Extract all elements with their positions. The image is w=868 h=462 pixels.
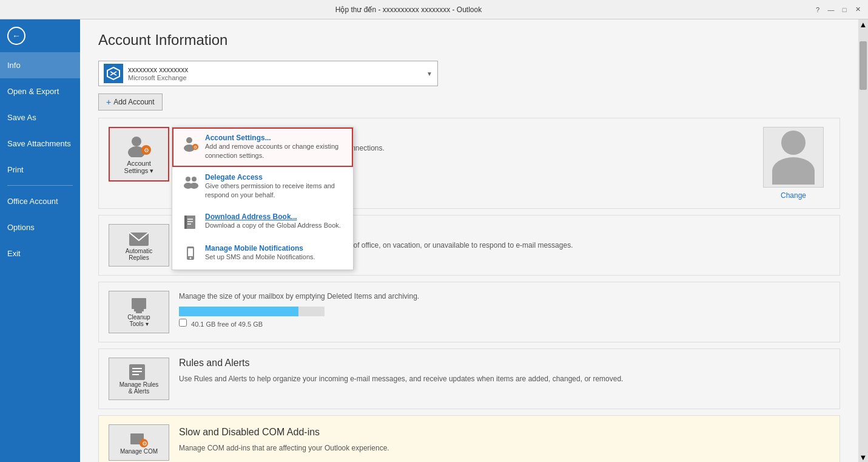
account-dropdown[interactable]: xxxxxxxx xxxxxxxx Microsoft Exchange ▼ <box>98 61 438 86</box>
avatar-body <box>772 157 815 185</box>
add-account-button[interactable]: + Add Account <box>98 93 163 110</box>
sidebar-item-save-as[interactable]: Save As <box>0 104 80 131</box>
window-controls: ? — □ ✕ <box>812 4 863 15</box>
menu-delegate-icon <box>181 173 200 192</box>
scroll-up-btn[interactable]: ▲ <box>860 19 867 29</box>
menu-address-icon <box>181 212 200 232</box>
avatar-change-link[interactable]: Change <box>781 191 806 200</box>
menu-address-title: Download Address Book... <box>205 212 345 221</box>
menu-mobile-title: Manage Mobile Notifications <box>205 244 345 253</box>
svg-point-22 <box>190 257 192 259</box>
maximize-btn[interactable]: □ <box>839 4 850 15</box>
cleanup-label: Cleanup Tools ▾ <box>127 314 150 327</box>
account-settings-icon: ⚙ <box>126 134 152 157</box>
rules-desc: Use Rules and Alerts to help organize yo… <box>179 373 623 384</box>
com-label: Manage COM <box>120 448 158 455</box>
svg-point-13 <box>192 177 197 182</box>
back-icon: ← <box>7 27 25 45</box>
avatar-person <box>772 131 815 185</box>
storage-bar-container: 40.1 GB free of 49.5 GB <box>179 307 419 328</box>
menu-account-settings-text: Account Settings... Add and remove accou… <box>205 134 345 161</box>
account-settings-button[interactable]: ⚙ AccountSettings ▾ <box>109 127 169 182</box>
svg-point-3 <box>132 137 141 146</box>
dropdown-delegate-access[interactable]: Delegate Access Give others permission t… <box>172 167 353 206</box>
rules-title: Rules and Alerts <box>179 358 623 369</box>
address-book-icon <box>182 214 199 231</box>
sidebar-item-print[interactable]: Print <box>0 157 80 183</box>
sidebar-item-save-attachments[interactable]: Save Attachments <box>0 131 80 157</box>
storage-bar-fill <box>179 307 298 316</box>
sidebar-item-exit[interactable]: Exit <box>0 240 80 267</box>
delegate-icon <box>182 174 199 191</box>
exchange-icon <box>106 66 121 81</box>
avatar-head <box>781 131 806 155</box>
storage-checkbox[interactable] <box>179 319 187 327</box>
minimize-btn[interactable]: — <box>826 4 836 15</box>
rules-section: Manage Rules & Alerts Rules and Alerts U… <box>98 348 840 409</box>
account-settings-flex: ⚙ AccountSettings ▾ <box>109 127 830 200</box>
account-dropdown-arrow: ▼ <box>426 70 432 77</box>
com-title: Slow and Disabled COM Add-ins <box>179 427 389 438</box>
back-button[interactable]: ← <box>0 19 80 52</box>
svg-rect-24 <box>132 298 146 309</box>
account-settings-label: AccountSettings ▾ <box>124 160 154 175</box>
menu-mobile-text: Manage Mobile Notifications Set up SMS a… <box>205 244 345 262</box>
cleanup-section: Cleanup Tools ▾ Manage the size of your … <box>98 282 840 342</box>
account-type: Microsoft Exchange <box>128 74 426 81</box>
sidebar-divider <box>7 185 73 186</box>
dropdown-mobile-notifications[interactable]: Manage Mobile Notifications Set up SMS a… <box>172 238 353 270</box>
plus-icon: + <box>106 97 111 107</box>
account-settings-btn-wrapper: ⚙ AccountSettings ▾ <box>109 127 169 182</box>
svg-point-11 <box>186 177 190 182</box>
svg-rect-25 <box>134 309 144 311</box>
scroll-down-btn[interactable]: ▼ <box>860 452 867 462</box>
out-of-office-button[interactable]: AutomaticReplies <box>109 224 169 267</box>
cleanup-desc: Manage the size of your mailbox by empty… <box>179 291 419 302</box>
com-icon: ⚙ <box>129 431 149 448</box>
com-desc: Manage COM add-ins that are affecting yo… <box>179 443 389 454</box>
manage-com-button[interactable]: ⚙ Manage COM <box>109 424 169 461</box>
dropdown-address-book[interactable]: Download Address Book... Download a copy… <box>172 206 353 238</box>
svg-text:⚙: ⚙ <box>193 145 197 149</box>
scrollbar-thumb[interactable] <box>860 41 867 90</box>
settings-person-icon: ⚙ <box>182 135 199 152</box>
cleanup-tools-button[interactable]: Cleanup Tools ▾ <box>109 291 169 333</box>
svg-point-7 <box>186 137 192 143</box>
com-desc-area: Slow and Disabled COM Add-ins Manage COM… <box>179 427 389 458</box>
rules-label: Manage Rules & Alerts <box>119 381 158 395</box>
menu-address-desc: Download a copy of the Global Address Bo… <box>205 221 345 230</box>
sidebar-item-open-export[interactable]: Open & Export <box>0 78 80 104</box>
svg-rect-21 <box>188 248 193 256</box>
sidebar-item-info[interactable]: Info <box>0 52 80 78</box>
storage-bar-bg <box>179 307 325 316</box>
rules-flex: Manage Rules & Alerts Rules and Alerts U… <box>109 358 830 400</box>
account-selector-row: xxxxxxxx xxxxxxxx Microsoft Exchange ▼ <box>98 61 840 86</box>
rules-icon <box>128 363 150 381</box>
mobile-icon <box>182 245 199 262</box>
account-settings-section: ⚙ AccountSettings ▾ <box>98 118 840 209</box>
help-btn[interactable]: ? <box>812 4 823 15</box>
menu-account-settings-title: Account Settings... <box>205 134 345 142</box>
menu-account-settings-desc: Add and remove accounts or change existi… <box>205 142 345 161</box>
menu-delegate-title: Delegate Access <box>205 173 345 182</box>
menu-address-text: Download Address Book... Download a copy… <box>205 212 345 230</box>
account-text: xxxxxxxx xxxxxxxx Microsoft Exchange <box>128 66 426 81</box>
manage-rules-button[interactable]: Manage Rules & Alerts <box>109 358 169 400</box>
menu-settings-icon: ⚙ <box>181 134 200 153</box>
account-email: xxxxxxxx xxxxxxxx <box>128 66 426 74</box>
sidebar-item-options[interactable]: Options <box>0 214 80 240</box>
out-of-office-icon <box>128 229 150 248</box>
title-bar: Hộp thư đến - xxxxxxxxxx xxxxxxxx - Outl… <box>0 0 868 19</box>
out-of-office-label: AutomaticReplies <box>126 248 152 261</box>
svg-text:⚙: ⚙ <box>142 440 147 447</box>
close-btn[interactable]: ✕ <box>852 4 863 15</box>
dropdown-account-settings[interactable]: ⚙ Account Settings... Add and remove acc… <box>172 127 353 167</box>
svg-point-14 <box>190 183 198 189</box>
scrollbar-track[interactable]: ▲ ▼ <box>858 19 868 462</box>
account-icon <box>104 64 123 83</box>
cleanup-flex: Cleanup Tools ▾ Manage the size of your … <box>109 291 830 333</box>
sidebar-item-office-account[interactable]: Office Account <box>0 188 80 214</box>
menu-mobile-icon <box>181 244 200 263</box>
menu-delegate-text: Delegate Access Give others permission t… <box>205 173 345 200</box>
rules-desc-area: Rules and Alerts Use Rules and Alerts to… <box>179 358 623 389</box>
